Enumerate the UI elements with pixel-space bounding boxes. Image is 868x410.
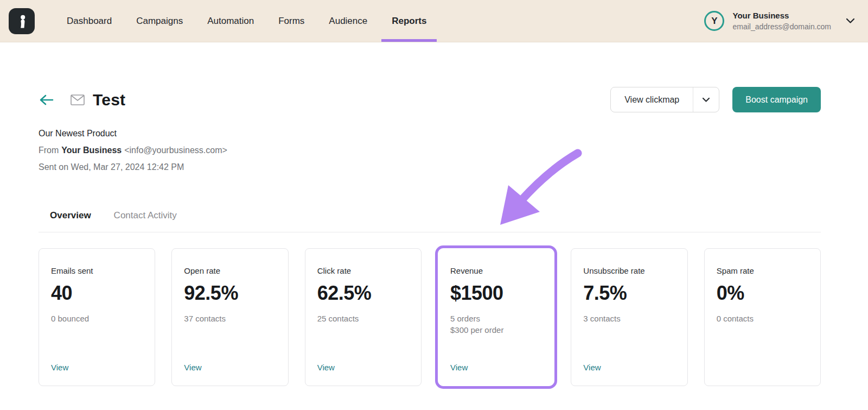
stat-card-value: 40 <box>51 282 143 305</box>
stat-card-subtext-line: 37 contacts <box>184 313 276 324</box>
stat-card-subtext-line: 0 bounced <box>51 313 143 324</box>
view-link[interactable]: View <box>583 363 601 372</box>
report-tabs: OverviewContact Activity <box>39 210 821 232</box>
report-page: Test View clickmap Boost campaign Our Ne… <box>0 87 868 386</box>
stat-card-label: Spam rate <box>717 266 808 275</box>
stat-card-open-rate: Open rate92.5%37 contactsView <box>171 248 288 386</box>
stat-card-subtext: 37 contacts <box>184 313 276 324</box>
avatar-initial: Y <box>711 16 717 27</box>
stat-card-value: $1500 <box>450 282 542 305</box>
campaign-info: Our Newest Product FromYour Business<inf… <box>39 129 821 172</box>
view-clickmap-button[interactable]: View clickmap <box>611 87 693 112</box>
view-link[interactable]: View <box>450 363 468 372</box>
account-email: email_address@domain.com <box>732 22 831 31</box>
primary-nav: DashboardCampaignsAutomationFormsAudienc… <box>66 0 427 42</box>
view-clickmap-dropdown-button[interactable] <box>693 87 719 112</box>
stat-card-subtext: 0 contacts <box>717 313 808 324</box>
stat-card-value: 0% <box>717 282 808 305</box>
stat-card-click-rate: Click rate62.5%25 contactsView <box>305 248 422 386</box>
campaign-from-line: FromYour Business<info@yourbusiness.com> <box>39 146 821 155</box>
view-clickmap-split-button: View clickmap <box>610 87 719 112</box>
stat-card-emails-sent: Emails sent400 bouncedView <box>39 248 155 386</box>
stat-card-label: Click rate <box>317 266 409 275</box>
back-button[interactable] <box>39 93 54 106</box>
avatar: Y <box>704 11 724 31</box>
stat-card-value: 62.5% <box>317 282 409 305</box>
view-link[interactable]: View <box>184 363 201 372</box>
stat-card-spam-rate: Spam rate0%0 contacts <box>704 248 821 386</box>
nav-item-dashboard[interactable]: Dashboard <box>66 0 113 42</box>
stat-card-subtext-line: 0 contacts <box>717 313 808 324</box>
email-campaign-icon <box>71 94 85 105</box>
campaign-sent-line: Sent on Wed, Mar 27, 2024 12:42 PM <box>39 162 821 172</box>
account-text: Your Business email_address@domain.com <box>732 11 831 31</box>
chevron-down-icon[interactable] <box>846 18 855 24</box>
stat-card-subtext: 0 bounced <box>51 313 143 324</box>
stat-card-unsubscribe-rate: Unsubscribe rate7.5%3 contactsView <box>571 248 687 386</box>
account-menu[interactable]: Y Your Business email_address@domain.com <box>704 11 855 31</box>
stat-card-label: Emails sent <box>51 266 143 275</box>
tab-contact-activity[interactable]: Contact Activity <box>114 210 177 232</box>
from-prefix: From <box>39 146 59 155</box>
page-title: Test <box>93 91 125 109</box>
campaign-subject: Our Newest Product <box>39 129 821 138</box>
stat-card-revenue: Revenue$15005 orders$300 per orderView <box>438 248 554 386</box>
stat-card-value: 7.5% <box>583 282 675 305</box>
stat-card-subtext-line: 3 contacts <box>583 313 675 324</box>
stat-card-subtext: 5 orders$300 per order <box>450 313 542 336</box>
nav-item-campaigns[interactable]: Campaigns <box>135 0 184 42</box>
top-nav: DashboardCampaignsAutomationFormsAudienc… <box>0 0 868 42</box>
boost-campaign-button[interactable]: Boost campaign <box>732 87 821 112</box>
tabs-divider <box>39 232 821 232</box>
nav-item-reports[interactable]: Reports <box>391 0 427 42</box>
nav-item-audience[interactable]: Audience <box>328 0 368 42</box>
view-link[interactable]: View <box>317 363 335 372</box>
account-name: Your Business <box>732 11 831 20</box>
nav-item-automation[interactable]: Automation <box>206 0 255 42</box>
header-actions: View clickmap Boost campaign <box>610 87 821 112</box>
stat-card-subtext-line: $300 per order <box>450 324 542 336</box>
stats-cards-row: Emails sent400 bouncedViewOpen rate92.5%… <box>39 248 821 386</box>
stat-card-label: Revenue <box>450 266 542 275</box>
back-arrow-icon <box>39 93 54 106</box>
stat-card-subtext: 3 contacts <box>583 313 675 324</box>
report-header: Test View clickmap Boost campaign <box>39 87 821 112</box>
from-email: <info@yourbusiness.com> <box>124 146 227 155</box>
view-link[interactable]: View <box>51 363 68 372</box>
stat-card-subtext: 25 contacts <box>317 313 409 324</box>
omnisend-logo-icon <box>14 12 30 30</box>
app-logo[interactable] <box>9 8 35 34</box>
chevron-down-icon <box>702 97 710 103</box>
nav-item-forms[interactable]: Forms <box>277 0 305 42</box>
from-name: Your Business <box>61 146 122 155</box>
stat-card-label: Open rate <box>184 266 276 275</box>
tab-overview[interactable]: Overview <box>50 210 91 232</box>
stat-card-label: Unsubscribe rate <box>583 266 675 275</box>
stat-card-subtext-line: 25 contacts <box>317 313 409 324</box>
stat-card-subtext-line: 5 orders <box>450 313 542 324</box>
stat-card-value: 92.5% <box>184 282 276 305</box>
